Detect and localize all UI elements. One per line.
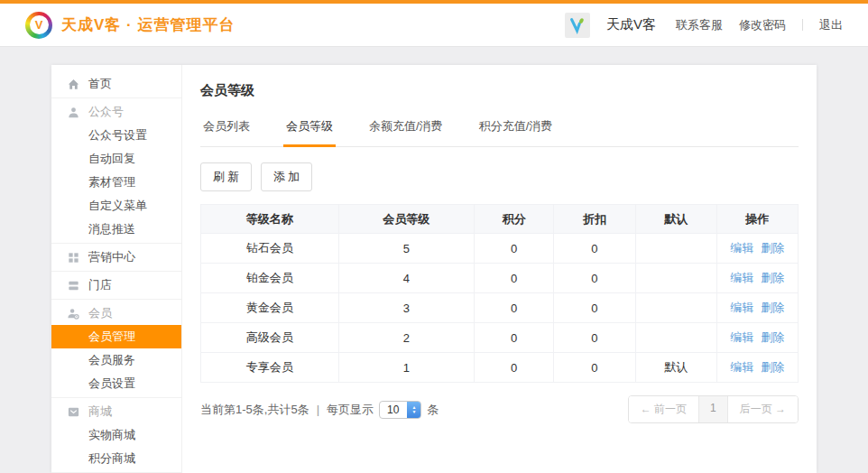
next-page-button[interactable]: 后一页 → xyxy=(728,396,798,422)
sidebar-item-member-settings[interactable]: 会员设置 xyxy=(51,372,181,395)
cell-default xyxy=(635,264,716,293)
edit-link[interactable]: 编辑 xyxy=(730,330,753,344)
sidebar-item-official-settings[interactable]: 公众号设置 xyxy=(51,124,181,147)
edit-link[interactable]: 编辑 xyxy=(730,301,753,314)
tab-points-recharge[interactable]: 积分充值/消费 xyxy=(476,113,556,147)
cell-default xyxy=(635,234,716,264)
page-title: 会员等级 xyxy=(200,65,799,113)
sidebar-separator xyxy=(51,397,181,398)
brand-logo-letter: V xyxy=(30,15,49,34)
sidebar-item-store[interactable]: 门店 xyxy=(51,274,181,297)
delete-link[interactable]: 删除 xyxy=(761,301,784,314)
sidebar-separator xyxy=(51,271,181,272)
sidebar-item-auto-reply[interactable]: 自动回复 xyxy=(51,147,181,171)
cell-points: 0 xyxy=(475,234,554,264)
sidebar-item-message-push[interactable]: 消息推送 xyxy=(51,218,181,241)
sidebar-section-mall[interactable]: 商城 xyxy=(51,400,181,423)
sidebar-item-custom-menu[interactable]: 自定义菜单 xyxy=(51,194,181,218)
avatar-v-icon xyxy=(568,15,587,35)
logout-link[interactable]: 退出 xyxy=(819,17,843,33)
cell-default xyxy=(635,293,716,323)
sidebar-separator xyxy=(51,243,181,244)
cell-member-level: 5 xyxy=(338,234,475,264)
contact-support-link[interactable]: 联系客服 xyxy=(676,17,723,33)
sidebar-section-member[interactable]: 会员 xyxy=(51,301,181,325)
brand-title: 天成V客 · 运营管理平台 xyxy=(61,14,235,35)
cell-member-level: 1 xyxy=(338,353,475,383)
sidebar-item-label: 自定义菜单 xyxy=(88,198,147,214)
tab-member-level[interactable]: 会员等级 xyxy=(283,113,336,147)
refresh-button[interactable]: 刷新 xyxy=(200,162,252,191)
pager: ← 前一页 1 后一页 → xyxy=(628,395,799,423)
brand-logo-icon: V xyxy=(25,12,52,39)
content-card: 首页 公众号 公众号设置 自动回复 素材管理 自定义菜单 消息推送 营销中心 门… xyxy=(51,65,817,473)
sidebar-item-label: 商城 xyxy=(88,403,112,420)
table-header-row: 等级名称 会员等级 积分 折扣 默认 操作 xyxy=(201,205,799,234)
sidebar-item-label: 营销中心 xyxy=(88,249,135,265)
edit-link[interactable]: 编辑 xyxy=(730,271,753,284)
cell-points: 0 xyxy=(475,353,554,383)
sidebar-item-member-service[interactable]: 会员服务 xyxy=(51,348,181,372)
table-row: 黄金会员 3 0 0 编辑删除 xyxy=(201,293,799,323)
sidebar-item-label: 素材管理 xyxy=(88,174,135,190)
add-button[interactable]: 添加 xyxy=(261,162,312,191)
delete-link[interactable]: 删除 xyxy=(761,360,784,374)
column-header-points: 积分 xyxy=(475,205,554,234)
column-header-discount: 折扣 xyxy=(554,205,635,234)
sidebar-item-label: 门店 xyxy=(88,277,112,293)
sidebar-item-label: 自动回复 xyxy=(88,151,135,167)
sidebar-item-label: 会员服务 xyxy=(88,352,135,368)
pagination-summary: 当前第1-5条,共计5条 xyxy=(200,402,309,418)
cell-discount: 0 xyxy=(554,323,635,353)
per-page-select[interactable]: 10 ▲▼ xyxy=(379,401,421,419)
brand[interactable]: V 天成V客 · 运营管理平台 xyxy=(25,12,235,39)
column-header-actions: 操作 xyxy=(716,205,798,234)
cell-discount: 0 xyxy=(554,234,635,264)
cell-level-name: 铂金会员 xyxy=(201,264,339,293)
tab-balance-recharge[interactable]: 余额充值/消费 xyxy=(366,113,446,147)
table-row: 钻石会员 5 0 0 编辑删除 xyxy=(201,234,799,264)
member-gear-icon xyxy=(67,307,80,320)
sidebar-item-label: 会员管理 xyxy=(88,329,135,345)
cell-member-level: 2 xyxy=(338,323,475,353)
sidebar-item-material-management[interactable]: 素材管理 xyxy=(51,171,181,194)
cell-actions: 编辑删除 xyxy=(716,353,798,383)
cell-level-name: 专享会员 xyxy=(201,353,339,383)
cell-member-level: 4 xyxy=(338,264,475,293)
sidebar-item-points-mall[interactable]: 积分商城 xyxy=(51,447,181,470)
change-password-link[interactable]: 修改密码 xyxy=(739,17,786,33)
user-avatar xyxy=(565,13,590,38)
topbar: V 天成V客 · 运营管理平台 天成V客 联系客服 修改密码 退出 xyxy=(0,0,868,47)
sidebar-item-marketing-center[interactable]: 营销中心 xyxy=(51,246,181,269)
tab-member-list[interactable]: 会员列表 xyxy=(200,113,253,147)
edit-link[interactable]: 编辑 xyxy=(730,360,753,374)
delete-link[interactable]: 删除 xyxy=(761,241,784,255)
person-icon xyxy=(67,106,80,119)
sidebar-item-label: 公众号设置 xyxy=(88,127,147,144)
cell-level-name: 黄金会员 xyxy=(201,293,339,323)
column-header-member-level: 会员等级 xyxy=(338,205,475,234)
cell-actions: 编辑删除 xyxy=(716,234,798,264)
edit-link[interactable]: 编辑 xyxy=(730,241,753,255)
sidebar-item-member-management[interactable]: 会员管理 xyxy=(51,325,181,348)
cell-actions: 编辑删除 xyxy=(716,264,798,293)
sidebar-section-official-account[interactable]: 公众号 xyxy=(51,100,181,124)
sidebar-item-label: 公众号 xyxy=(88,104,124,120)
cell-points: 0 xyxy=(475,293,554,323)
sidebar-separator xyxy=(51,97,181,98)
cell-points: 0 xyxy=(475,264,554,293)
sidebar-item-label: 实物商城 xyxy=(88,427,135,443)
cell-actions: 编辑删除 xyxy=(716,323,798,353)
cell-discount: 0 xyxy=(554,293,635,323)
sidebar-item-home[interactable]: 首页 xyxy=(51,72,181,96)
delete-link[interactable]: 删除 xyxy=(761,271,784,284)
per-page-label: 每页显示 xyxy=(327,402,374,418)
main-content: 会员等级 会员列表 会员等级 余额充值/消费 积分充值/消费 刷新 添加 等级名… xyxy=(182,65,817,473)
table-row: 铂金会员 4 0 0 编辑删除 xyxy=(201,264,799,293)
sidebar-item-physical-mall[interactable]: 实物商城 xyxy=(51,423,181,447)
home-icon xyxy=(67,78,80,91)
prev-page-button[interactable]: ← 前一页 xyxy=(629,396,698,422)
topbar-divider xyxy=(802,19,803,31)
delete-link[interactable]: 删除 xyxy=(761,330,784,344)
current-page-button[interactable]: 1 xyxy=(698,396,728,422)
